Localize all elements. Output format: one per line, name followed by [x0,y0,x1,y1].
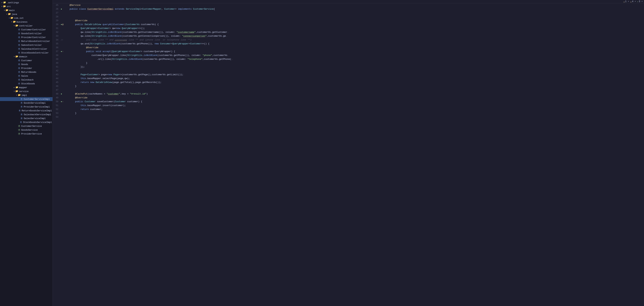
sidebar-item-Customer[interactable]: CCustomer [0,59,52,62]
code-line: 42 [53,69,644,73]
warning-arrow-icon: ▲ [628,0,629,3]
sidebar-item-CustomerServiceImpl[interactable]: CCustomerServiceImpl [0,97,52,101]
sidebar-item-ReturnGoods[interactable]: CReturnGoods [0,70,52,74]
code-line: 45 return new DataGridView(page.getTotal… [53,80,644,84]
sidebar-item-SalesbackController[interactable]: CSalesbackController [0,47,52,51]
tree-arrow-icon: ▼ [10,21,13,23]
sidebar-item-StockGoodsController[interactable]: CStockGoodsController [0,51,52,55]
class-icon: C [20,117,23,120]
code-content: public void accept(QueryWrapper<Customer… [68,50,176,53]
sidebar-item-business[interactable]: ▼📂business [0,20,52,24]
sidebar-item-SalesServiceImpl[interactable]: CSalesServiceImpl [0,117,52,120]
sidebar-item-GoodsServiceImpl[interactable]: CGoodsServiceImpl [0,101,52,105]
interface-icon: I [18,129,20,131]
sidebar-item-impl[interactable]: ▼📂impl [0,93,52,97]
warning-arrow-icon-2: ▲ [635,0,636,3]
tree-item-label: mapper [19,86,27,89]
sidebar-item-GoodsService[interactable]: IGoodsService [0,128,52,132]
sidebar-item-main[interactable]: ▼📂main [0,8,52,12]
tree-arrow-icon: ▶ [13,86,16,89]
sidebar-item-controller[interactable]: ▼📂controller [0,24,52,28]
line-number: 29 [53,19,60,23]
code-content: public class CustomerServiceImpl extends… [68,7,216,11]
sidebar-item-Sales[interactable]: CSales [0,74,52,78]
sidebar-item-CustomerController[interactable]: CCustomerController [0,28,52,31]
tree-item-label: ProviderServiceImpl [24,106,50,108]
line-number: 36 [53,46,60,50]
tree-arrow-icon: ▼ [13,91,16,92]
tree-arrow-icon: ▼ [16,94,18,96]
sidebar-item-SalesbackServiceImpl[interactable]: CSalesbackServiceImpl [0,113,52,117]
tree-item-label: impl [22,94,27,97]
sidebar-item-Goods[interactable]: CGoods [0,62,52,66]
gutter-up-icon: ↑ [62,100,64,104]
code-content [68,115,71,119]
code-content: Page<Customer> page=new Page<>(customerV… [68,73,185,77]
gutter-cell: ● [60,92,68,96]
interface-icon: I [18,125,20,127]
sidebar-item-SakesController[interactable]: CSakesController [0,43,52,47]
sidebar-item-GoodsController[interactable]: CGoodsController [0,31,52,35]
sidebar-item-mapper[interactable]: ▶📁mapper [0,86,52,89]
sidebar-item-ReturnGoodsController[interactable]: CReturnGoodsController [0,39,52,43]
class-icon: C [20,102,23,104]
gutter-dot-icon: ● [61,92,62,96]
file-tree[interactable]: ▼📁.settings▼📂src▼📂main▼📂java▼📂com.sxt▼📂b… [0,0,53,306]
tree-arrow-icon: ▼ [3,9,6,11]
gutter-dot-icon: ● [61,50,62,53]
tree-item-label: ReturnGoods [21,71,36,73]
code-content: @Override [68,46,100,50]
gutter-cell [60,3,68,7]
gutter-cell [60,84,68,88]
sidebar-item-Provider[interactable]: CProvider [0,66,52,70]
code-line: 46 } [53,84,644,88]
sidebar-item-domain[interactable]: ▼📂domain [0,55,52,59]
class-icon: C [18,71,20,73]
sidebar-item-service[interactable]: ▼📂service [0,89,52,93]
gutter-cell [60,77,68,80]
folder-icon: 📂 [16,90,18,93]
gutter-cell [60,73,68,77]
gutter-cell [60,65,68,69]
sidebar-item-ProviderController[interactable]: CProviderController [0,35,52,39]
sidebar-item-settings[interactable]: ▼📁.settings [0,1,52,4]
code-line: 41 }); [53,65,644,69]
warning-badge-2[interactable]: △ 4 [630,0,633,3]
sidebar-item-StockGoodsServiceImpl[interactable]: CStockGoodsServiceImpl [0,120,52,124]
code-content: and name like "" and connename like "" a… [68,38,193,42]
sidebar-item-com.sxt[interactable]: ▼📂com.sxt [0,16,52,20]
ok-badge[interactable]: ✓ 3 [637,0,640,3]
sidebar-item-ProviderService[interactable]: IProviderService [0,132,52,136]
tree-arrow-icon: ▼ [8,17,10,19]
class-icon: C [19,109,21,112]
line-number: 44 [53,77,60,80]
tree-item-label: SalesServiceImpl [24,117,46,120]
tree-item-label: Goods [21,63,28,66]
code-line: 48● @CachePut(cacheNames = "customer",ke… [53,92,644,96]
class-icon: C [18,28,20,31]
warning-badge-1[interactable]: △ 1 [624,0,626,3]
warning-triangle-icon: △ [624,0,625,3]
code-lines-wrapper: 25@Service26●public class CustomerServic… [53,3,644,119]
line-number: 53 [53,111,60,115]
sidebar-item-ReturnGoodsServiceImpl[interactable]: CReturnGoodsServiceImpl [0,109,52,113]
class-icon: C [20,98,23,100]
code-content: qw.like(StringUtils.isNotBlank(customerV… [68,34,228,38]
tree-item-label: main [9,9,14,12]
gutter-cell [60,53,68,57]
sidebar-item-Salesback[interactable]: CSalesback [0,78,52,82]
gutter-cell [60,57,68,61]
line-number: 31 [53,26,60,30]
code-content: qw.like(StringUtils.isNotBlank(customerV… [68,30,230,34]
gutter-dot-icon: ● [61,7,62,11]
sidebar-item-java[interactable]: ▼📂java [0,12,52,16]
sidebar-item-src[interactable]: ▼📂src [0,4,52,8]
code-line: 47 [53,88,644,92]
sidebar-item-StockGoods[interactable]: CStockGoods [0,82,52,86]
code-line: 35 qw.and(StringUtils.isNotBlank(custome… [53,42,644,46]
tree-item-label: service [19,90,29,93]
tree-item-label: src [7,5,11,8]
sidebar-item-ProviderServiceImpl[interactable]: CProviderServiceImpl [0,105,52,109]
sidebar-item-CustomerService[interactable]: ICustomerService [0,124,52,128]
line-number: 46 [53,84,60,88]
